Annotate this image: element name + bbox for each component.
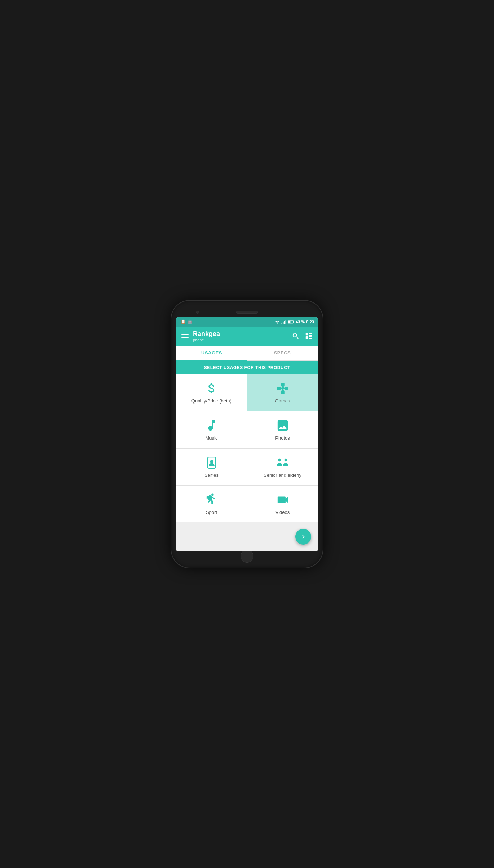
svg-rect-11	[309, 336, 312, 337]
usage-cell-sport[interactable]: Sport	[176, 486, 247, 522]
svg-rect-7	[306, 333, 308, 335]
svg-rect-0	[281, 322, 282, 324]
svg-rect-8	[306, 336, 308, 339]
chevron-right-icon	[299, 533, 307, 541]
usage-cell-games[interactable]: Games	[247, 374, 318, 411]
usages-grid: Quality/Price (beta) Games Music	[176, 374, 318, 522]
status-icons-left: 📋 🤖	[180, 319, 193, 324]
games-label: Games	[275, 398, 290, 404]
photos-icon	[276, 419, 290, 432]
svg-rect-2	[284, 321, 285, 324]
videos-label: Videos	[275, 510, 290, 515]
svg-point-15	[210, 460, 213, 463]
speaker-grill	[236, 311, 258, 314]
phone-bottom	[176, 551, 318, 561]
camera-dot	[196, 311, 199, 314]
search-icon[interactable]	[292, 332, 300, 340]
battery-text: 43 %	[296, 320, 305, 324]
android-icon: 🤖	[188, 319, 193, 324]
time-text: 8:23	[306, 320, 314, 324]
section-header: SELECT USAGES FOR THIS PRODUCT	[176, 361, 318, 374]
section-header-text: SELECT USAGES FOR THIS PRODUCT	[204, 365, 290, 370]
svg-rect-5	[288, 321, 290, 323]
usage-cell-photos[interactable]: Photos	[247, 411, 318, 448]
usage-cell-quality-price[interactable]: Quality/Price (beta)	[176, 374, 247, 411]
usage-cell-selfies[interactable]: Selfies	[176, 449, 247, 485]
status-bar: 📋 🤖	[176, 317, 318, 327]
clipboard-icon: 📋	[181, 319, 186, 324]
phone-shell: 📋 🤖	[171, 301, 323, 568]
status-icons-right: 43 % 8:23	[275, 320, 314, 324]
svg-point-13	[281, 387, 284, 390]
app-title: Rankgea	[193, 330, 287, 338]
svg-rect-9	[309, 333, 312, 334]
svg-point-18	[211, 493, 213, 496]
list-view-icon[interactable]	[305, 332, 313, 340]
app-subtitle: phone	[193, 338, 287, 342]
app-bar: Rankgea phone	[176, 327, 318, 346]
svg-point-16	[278, 459, 281, 461]
phone-top-bar	[176, 307, 318, 317]
svg-point-17	[284, 459, 287, 461]
senior-icon	[276, 456, 290, 470]
sport-label: Sport	[206, 510, 217, 515]
svg-rect-6	[293, 321, 294, 323]
videos-icon	[276, 493, 290, 507]
photos-label: Photos	[275, 435, 290, 441]
tabs-bar: USAGES SPECS	[176, 346, 318, 361]
tab-specs[interactable]: SPECS	[247, 346, 318, 360]
usage-cell-music[interactable]: Music	[176, 411, 247, 448]
music-icon	[205, 419, 219, 432]
gamepad-icon	[276, 381, 290, 395]
tab-usages[interactable]: USAGES	[176, 346, 247, 360]
svg-rect-12	[309, 338, 312, 339]
money-icon	[205, 381, 219, 395]
svg-rect-3	[285, 320, 286, 324]
quality-price-label: Quality/Price (beta)	[191, 398, 231, 404]
app-title-block: Rankgea phone	[193, 330, 287, 343]
usage-cell-videos[interactable]: Videos	[247, 486, 318, 522]
selfies-label: Selfies	[204, 472, 219, 478]
battery-icon	[288, 320, 294, 324]
svg-rect-1	[283, 322, 283, 324]
wifi-icon	[275, 320, 280, 324]
selfies-icon	[205, 456, 219, 470]
home-button[interactable]	[241, 550, 253, 563]
next-fab[interactable]	[295, 529, 311, 545]
signal-icon	[281, 320, 286, 324]
phone-screen: 📋 🤖	[176, 317, 318, 551]
svg-rect-10	[309, 335, 312, 336]
usage-cell-senior-elderly[interactable]: Senior and elderly	[247, 449, 318, 485]
app-bar-actions	[292, 332, 313, 340]
senior-elderly-label: Senior and elderly	[264, 472, 301, 478]
fab-area	[176, 522, 318, 551]
menu-button[interactable]	[181, 334, 189, 338]
music-label: Music	[206, 435, 218, 441]
sport-icon	[205, 493, 219, 507]
